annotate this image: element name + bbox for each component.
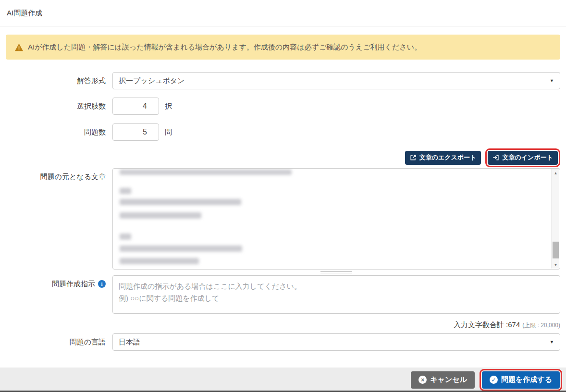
x-circle-icon: × (418, 376, 427, 384)
scroll-down-icon[interactable]: ▼ (552, 261, 560, 269)
char-count-value: 674 (508, 320, 520, 329)
textarea-resize-grip[interactable] (112, 270, 560, 275)
language-select[interactable]: 日本語 ▼ (112, 333, 560, 351)
source-text-row: 問題の元となる文章 ▲ ▼ (6, 168, 560, 275)
dialog-header: AI問題作成 (0, 0, 566, 26)
scroll-up-icon[interactable]: ▲ (552, 169, 560, 177)
redacted-line (120, 233, 131, 240)
char-count-limit: (上限 : 20,000) (522, 321, 560, 330)
choice-count-label: 選択肢数 (6, 98, 106, 111)
instruction-label: 問題作成指示 (52, 279, 95, 289)
chevron-down-icon: ▼ (550, 78, 554, 83)
redacted-line (120, 245, 242, 252)
language-value: 日本語 (119, 338, 140, 347)
choice-count-input[interactable] (112, 98, 159, 115)
redacted-line (120, 170, 292, 175)
warning-text: AIが作成した問題・解答には誤った情報が含まれる場合があります。作成後の内容は必… (28, 43, 421, 52)
dialog-footer: × キャンセル ✓ 問題を作成する (0, 368, 566, 392)
language-row: 問題の言語 日本語 ▼ (6, 333, 560, 351)
page-title: AI問題作成 (7, 9, 42, 18)
char-count: 入力文字数合計 : 674 (上限 : 20,000) (6, 320, 560, 330)
source-text-label: 問題の元となる文章 (6, 168, 106, 182)
redacted-line (120, 258, 199, 264)
textarea-scrollbar[interactable]: ▲ ▼ (551, 169, 559, 269)
redacted-line (120, 199, 241, 205)
create-questions-button[interactable]: ✓ 問題を作成する (482, 371, 560, 389)
question-count-unit: 問 (165, 123, 172, 141)
export-text-button[interactable]: 文章のエクスポート (405, 151, 481, 165)
char-count-label: 入力文字数合計 : (454, 320, 508, 330)
question-count-input[interactable] (112, 123, 159, 141)
redacted-line (120, 188, 131, 194)
import-button-highlight: 文章のインポート (485, 148, 560, 167)
cancel-button[interactable]: × キャンセル (411, 371, 475, 389)
text-transfer-buttons: 文章のエクスポート 文章のインポート (6, 149, 560, 166)
source-text-area[interactable]: ▲ ▼ (112, 168, 560, 270)
dialog-body: AIが作成した問題・解答には誤った情報が含まれる場合があります。作成後の内容は必… (0, 26, 566, 368)
export-icon (410, 154, 417, 161)
info-icon[interactable]: i (98, 280, 106, 288)
instruction-row: 問題作成指示 i (6, 275, 560, 316)
warning-triangle-icon (14, 43, 24, 51)
answer-format-row: 解答形式 択一プッシュボタン ▼ (6, 72, 560, 89)
question-count-label: 問題数 (6, 123, 106, 137)
choice-count-row: 選択肢数 択 (6, 98, 560, 115)
answer-format-label: 解答形式 (6, 72, 106, 86)
scrollbar-thumb[interactable] (553, 242, 559, 258)
check-circle-icon: ✓ (490, 376, 498, 384)
answer-format-select[interactable]: 択一プッシュボタン ▼ (112, 72, 560, 89)
instruction-textarea[interactable] (112, 275, 560, 314)
redacted-line (120, 212, 201, 219)
chevron-down-icon: ▼ (550, 340, 554, 344)
create-button-highlight: ✓ 問題を作成する (480, 369, 562, 391)
language-label: 問題の言語 (6, 333, 106, 347)
import-text-button[interactable]: 文章のインポート (488, 151, 558, 165)
question-count-row: 問題数 問 (6, 123, 560, 141)
import-icon (492, 154, 499, 161)
answer-format-value: 択一プッシュボタン (119, 76, 185, 86)
choice-count-unit: 択 (165, 98, 172, 115)
ai-warning-banner: AIが作成した問題・解答には誤った情報が含まれる場合があります。作成後の内容は必… (6, 35, 560, 60)
